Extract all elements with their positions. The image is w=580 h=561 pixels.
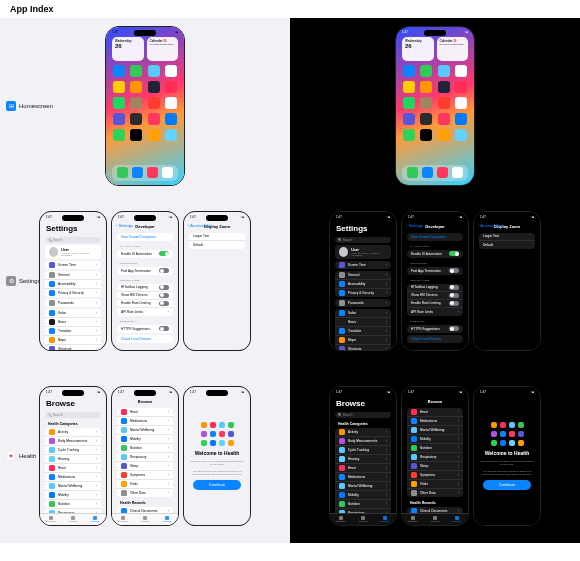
app-icon[interactable] xyxy=(148,129,160,141)
list-item[interactable]: Screen Time› xyxy=(335,261,391,269)
toggle[interactable] xyxy=(449,293,459,298)
list-item[interactable]: Medications› xyxy=(45,473,101,482)
toggle[interactable] xyxy=(159,268,169,273)
app-icon[interactable] xyxy=(420,65,432,77)
list-item[interactable]: Cycle Tracking› xyxy=(335,446,391,455)
tab-sharing[interactable]: Sharing xyxy=(424,514,446,525)
list-item[interactable]: API Rate Limits› xyxy=(407,308,463,316)
list-item[interactable]: Enable Rate Limiting xyxy=(117,300,173,308)
toggle[interactable] xyxy=(449,251,459,256)
list-item[interactable]: Medications› xyxy=(407,417,463,426)
list-item[interactable]: Respiratory› xyxy=(407,453,463,462)
app-icon[interactable] xyxy=(438,97,450,109)
list-item[interactable]: Other Data› xyxy=(407,489,463,497)
list-item[interactable]: Privacy & Security› xyxy=(45,289,101,297)
list-item[interactable]: Translate› xyxy=(45,327,101,336)
list-item[interactable]: Shortcuts› xyxy=(335,345,391,351)
toggle[interactable] xyxy=(449,301,459,306)
app-icon[interactable] xyxy=(165,129,177,141)
app-icon[interactable] xyxy=(148,81,160,93)
list-item[interactable]: iCloud Local Devices xyxy=(117,335,173,343)
tab-sharing[interactable]: Sharing xyxy=(352,514,374,525)
list-item[interactable]: Accessibility› xyxy=(335,280,391,289)
toggle[interactable] xyxy=(159,251,169,256)
list-item[interactable]: Nutrition› xyxy=(45,500,101,509)
list-item[interactable]: HTTPS Suggestions xyxy=(117,325,173,333)
list-item[interactable]: Passwords› xyxy=(45,299,101,307)
list-item[interactable]: Fast App Termination xyxy=(117,267,173,275)
toggle[interactable] xyxy=(159,285,169,290)
toggle[interactable] xyxy=(449,285,459,290)
list-item[interactable]: Mobility› xyxy=(117,435,173,444)
toggle[interactable] xyxy=(449,326,459,331)
list-item[interactable]: View Trusted Computers xyxy=(407,233,463,241)
list-item[interactable]: Nutrition› xyxy=(407,444,463,453)
list-item[interactable]: Accessibility› xyxy=(45,280,101,289)
app-icon[interactable] xyxy=(403,81,415,93)
list-item[interactable]: Privacy & Security› xyxy=(335,289,391,297)
app-icon[interactable] xyxy=(165,81,177,93)
list-item[interactable]: Show HID Devices xyxy=(117,292,173,300)
list-item[interactable]: Sleep› xyxy=(117,462,173,471)
list-item[interactable]: Nutrition› xyxy=(335,500,391,509)
app-icon[interactable] xyxy=(403,129,415,141)
app-icon[interactable] xyxy=(455,129,467,141)
list-item[interactable]: Enable UI Automation xyxy=(407,250,463,258)
dock-icon[interactable] xyxy=(437,167,448,178)
list-item[interactable]: HIToolbox Logging xyxy=(407,284,463,292)
list-item[interactable]: Fast App Termination xyxy=(407,267,463,275)
app-icon[interactable] xyxy=(148,97,160,109)
list-item[interactable]: Heart› xyxy=(45,464,101,473)
app-icon[interactable] xyxy=(130,129,142,141)
list-item[interactable]: Mobility› xyxy=(45,491,101,500)
list-item[interactable]: Vitals› xyxy=(407,480,463,489)
tab-browse[interactable]: Browse xyxy=(156,514,178,525)
app-icon[interactable] xyxy=(148,65,160,77)
list-item[interactable]: Passwords› xyxy=(335,299,391,307)
list-item[interactable]: Medications› xyxy=(335,473,391,482)
tab-sharing[interactable]: Sharing xyxy=(62,514,84,525)
back-button[interactable]: ‹ Settings xyxy=(406,223,423,228)
list-item[interactable]: Respiratory› xyxy=(117,453,173,462)
continue-button[interactable]: Continue xyxy=(193,480,242,490)
list-item[interactable]: Activity› xyxy=(335,428,391,437)
tab-sharing[interactable]: Sharing xyxy=(134,514,156,525)
list-item[interactable]: Maps› xyxy=(45,336,101,345)
list-item[interactable]: HTTPS Suggestions xyxy=(407,325,463,333)
app-icon[interactable] xyxy=(420,81,432,93)
list-item[interactable]: Default xyxy=(189,241,245,249)
app-icon[interactable] xyxy=(438,81,450,93)
dock-icon[interactable] xyxy=(132,167,143,178)
back-button[interactable]: ‹ Settings xyxy=(116,223,133,228)
list-item[interactable]: Enable UI Automation xyxy=(117,250,173,258)
profile-row[interactable]: UserApple ID, iCloud+, Media & Purchases xyxy=(335,245,391,259)
list-item[interactable]: Default xyxy=(479,241,535,249)
app-icon[interactable] xyxy=(130,113,142,125)
list-item[interactable]: iCloud Local Devices xyxy=(407,335,463,343)
list-item[interactable]: Body Measurements› xyxy=(45,437,101,446)
back-button[interactable]: ‹ Accessibility xyxy=(188,223,212,228)
toggle[interactable] xyxy=(159,301,169,306)
app-icon[interactable] xyxy=(403,97,415,109)
dock-icon[interactable] xyxy=(162,167,173,178)
tab-summary[interactable]: Summary xyxy=(112,514,134,525)
dock-icon[interactable] xyxy=(407,167,418,178)
list-item[interactable]: Mental Wellbeing› xyxy=(335,482,391,491)
dock-icon[interactable] xyxy=(117,167,128,178)
list-item[interactable]: General› xyxy=(335,271,391,280)
list-item[interactable]: Enable Rate Limiting xyxy=(407,300,463,308)
back-button[interactable]: ‹ Accessibility xyxy=(478,223,502,228)
list-item[interactable]: Hearing› xyxy=(45,455,101,464)
widget-calendar[interactable]: Wednesday26 xyxy=(402,37,434,61)
list-item[interactable]: Mobility› xyxy=(407,435,463,444)
list-item[interactable]: API Rate Limits› xyxy=(117,308,173,316)
list-item[interactable]: Hearing› xyxy=(335,455,391,464)
tab-browse[interactable]: Browse xyxy=(446,514,468,525)
app-icon[interactable] xyxy=(113,113,125,125)
app-icon[interactable] xyxy=(403,65,415,77)
app-icon[interactable] xyxy=(130,81,142,93)
list-item[interactable]: General› xyxy=(45,271,101,280)
list-item[interactable]: Cycle Tracking› xyxy=(45,446,101,455)
app-icon[interactable] xyxy=(438,65,450,77)
tab-browse[interactable]: Browse xyxy=(374,514,396,525)
